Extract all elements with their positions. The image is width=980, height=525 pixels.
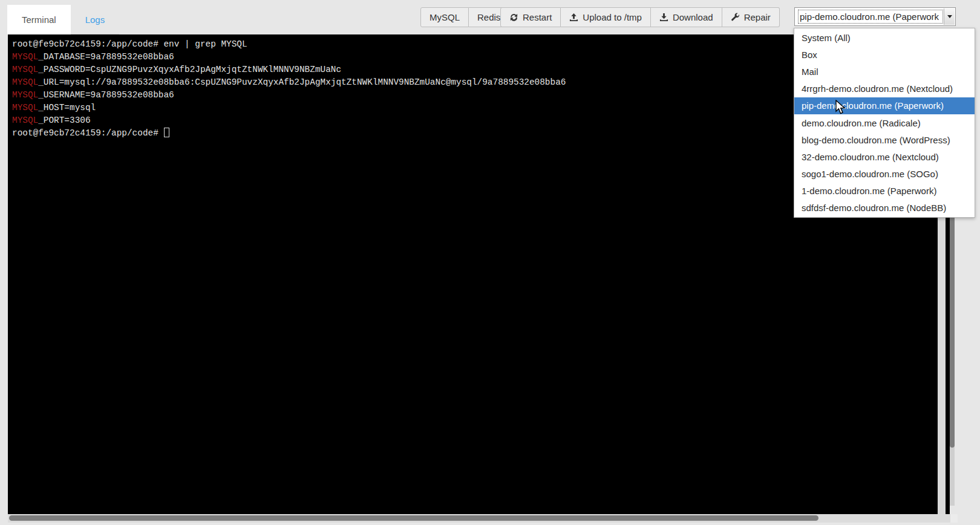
terminal-text-segment: _DATABASE=9a7889532e08bba6 <box>38 52 174 62</box>
option-1-demo-cloudron-me-paperwork[interactable]: 1-demo.cloudron.me (Paperwork) <box>794 183 975 200</box>
tab-bar: Terminal Logs <box>7 5 119 34</box>
app-select[interactable]: pip-demo.cloudron.me (Paperwork <box>794 7 956 26</box>
refresh-icon <box>509 13 518 22</box>
terminal-cursor <box>164 128 169 137</box>
option-demo-cloudron-me-radicale[interactable]: demo.cloudron.me (Radicale) <box>794 114 975 131</box>
app-select-value: pip-demo.cloudron.me (Paperwork <box>799 10 942 23</box>
app-select-dropdown: System (All)BoxMail4rrgrh-demo.cloudron.… <box>794 28 975 218</box>
button-label: Restart <box>523 12 552 22</box>
option-sdfdsf-demo-cloudron-me-nodebb[interactable]: sdfdsf-demo.cloudron.me (NodeBB) <box>794 200 975 217</box>
terminal-text-segment: _USERNAME=9a7889532e08bba6 <box>38 90 174 100</box>
tab-logs[interactable]: Logs <box>71 5 120 34</box>
restart-button[interactable]: Restart <box>500 7 561 27</box>
terminal-text-segment: MYSQL <box>12 77 38 87</box>
terminal-text-segment: MYSQL <box>12 52 38 62</box>
download-icon <box>659 13 668 22</box>
button-label: Download <box>673 12 713 22</box>
button-label: Repair <box>744 12 771 22</box>
option-32-demo-cloudron-me-nextcloud[interactable]: 32-demo.cloudron.me (Nextcloud) <box>794 148 975 165</box>
download-button[interactable]: Download <box>651 7 722 27</box>
mysql-button[interactable]: MySQL <box>420 7 469 27</box>
horizontal-scrollbar-thumb[interactable] <box>9 515 818 521</box>
scrollbar-corner <box>950 514 958 523</box>
terminal-text-segment: MYSQL <box>12 103 38 112</box>
button-label: MySQL <box>430 12 460 22</box>
horizontal-scrollbar-track[interactable] <box>8 514 950 523</box>
repair-button[interactable]: Repair <box>722 7 780 27</box>
option-pip-demo-cloudron-me-paperwork[interactable]: pip-demo.cloudron.me (Paperwork) <box>794 97 975 114</box>
button-label: Redis <box>477 12 500 22</box>
upload-icon <box>569 13 578 22</box>
option-mail[interactable]: Mail <box>794 63 975 80</box>
terminal-text-segment: MYSQL <box>12 65 38 74</box>
option-4rrgrh-demo-cloudron-me-nextcloud[interactable]: 4rrgrh-demo.cloudron.me (Nextcloud) <box>794 80 975 97</box>
tab-terminal[interactable]: Terminal <box>7 5 71 34</box>
terminal-text-segment: MYSQL <box>12 116 38 125</box>
option-box[interactable]: Box <box>794 46 975 63</box>
option-sogo1-demo-cloudron-me-sogo[interactable]: sogo1-demo.cloudron.me (SOGo) <box>794 166 975 183</box>
option-system-all[interactable]: System (All) <box>794 29 975 46</box>
chevron-down-icon[interactable] <box>944 8 955 25</box>
terminal-text-segment: _PORT=3306 <box>38 116 90 125</box>
terminal-text-segment: root@fe9cb72c4159:/app/code# env | grep … <box>12 39 247 49</box>
option-blog-demo-cloudron-me-wordpress[interactable]: blog-demo.cloudron.me (WordPress) <box>794 131 975 148</box>
terminal-text-segment: root@fe9cb72c4159:/app/code# <box>12 128 163 138</box>
db-button-group: MySQLRedis <box>420 7 509 27</box>
terminal-text-segment: MYSQL <box>12 90 38 100</box>
wrench-icon <box>731 13 740 22</box>
upload-to-tmp-button[interactable]: Upload to /tmp <box>561 7 651 27</box>
terminal-text-segment: _HOST=mysql <box>38 103 96 112</box>
button-label: Upload to /tmp <box>583 12 642 22</box>
terminal-text-segment: _URL=mysql://9a7889532e08bba6:CspUZNG9Pu… <box>38 77 566 87</box>
terminal-text-segment: _PASSWORD=CspUZNG9PuvzXqyxAfb2JpAgMxjqtZ… <box>38 65 341 74</box>
action-button-group: RestartUpload to /tmpDownloadRepair <box>500 7 780 27</box>
